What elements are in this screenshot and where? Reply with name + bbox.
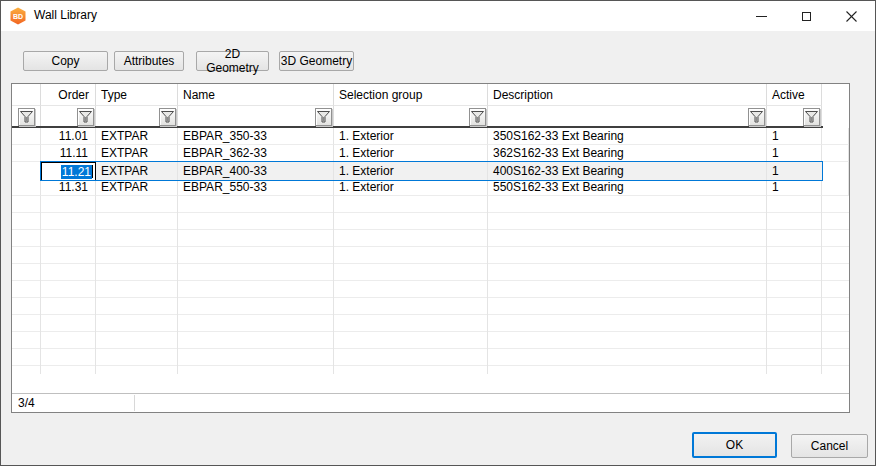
row-count-indicator: 3/4 [12, 396, 35, 410]
cell-selection-group[interactable]: 1. Exterior [334, 145, 488, 162]
header-description[interactable]: Description [488, 84, 767, 106]
edit-selected-text: 11.21 [61, 165, 92, 179]
grid-status-bar: 3/4 [12, 393, 849, 412]
cell-name[interactable]: EBPAR_362-33 [178, 145, 334, 162]
header-active[interactable]: Active [767, 84, 822, 106]
header-selection-group[interactable]: Selection group [334, 84, 488, 106]
3d-geometry-button[interactable]: 3D Geometry [279, 51, 354, 71]
cell-active[interactable]: 1 [767, 162, 822, 180]
cell-type[interactable]: EXTPAR [96, 128, 178, 145]
table-row[interactable]: 11.01 EXTPAR EBPAR_350-33 1. Exterior 35… [12, 128, 849, 145]
filter-funnel-icon [79, 111, 92, 123]
cell-description[interactable]: 400S162-33 Ext Bearing [488, 162, 767, 180]
cell-active[interactable]: 1 [767, 128, 822, 145]
row-selector-cell[interactable] [12, 128, 41, 145]
cell-selection-group[interactable]: 1. Exterior [334, 128, 488, 145]
filter-button-selection-group[interactable] [469, 108, 486, 126]
attributes-button[interactable]: Attributes [114, 51, 184, 71]
minimize-icon [756, 16, 767, 17]
cell-name[interactable]: EBPAR_400-33 [178, 162, 334, 180]
cell-order[interactable]: 11.11 [41, 145, 96, 162]
app-icon: BD [9, 7, 27, 25]
table-body: 11.01 EXTPAR EBPAR_350-33 1. Exterior 35… [12, 128, 849, 374]
header-row-selector[interactable] [12, 84, 41, 106]
maximize-icon [802, 12, 811, 21]
filter-funnel-icon [161, 111, 174, 123]
cell-type[interactable]: EXTPAR [96, 145, 178, 162]
filter-button-description[interactable] [748, 108, 765, 126]
cell-order-editing[interactable]: 11.21 [41, 162, 96, 180]
copy-button[interactable]: Copy [23, 51, 108, 71]
filter-button-selector[interactable] [18, 108, 35, 126]
filter-funnel-icon [20, 111, 33, 123]
maximize-button[interactable] [791, 1, 822, 31]
table-row[interactable]: 11.31 EXTPAR EBPAR_550-33 1. Exterior 55… [12, 179, 849, 196]
header-name[interactable]: Name [178, 84, 334, 106]
filter-funnel-icon [750, 111, 763, 123]
cell-filler [822, 128, 849, 145]
cell-description[interactable]: 550S162-33 Ext Bearing [488, 179, 767, 196]
row-selector-cell[interactable] [12, 145, 41, 162]
cell-order[interactable]: 11.31 [41, 179, 96, 196]
row-selector-cell[interactable] [12, 162, 41, 180]
header-order[interactable]: Order [41, 84, 96, 106]
minimize-button[interactable] [746, 1, 777, 31]
filter-row [12, 106, 849, 128]
close-icon [846, 11, 857, 22]
app-icon-text: BD [13, 13, 23, 20]
status-bar-divider [134, 395, 135, 411]
cell-name[interactable]: EBPAR_550-33 [178, 179, 334, 196]
table-row[interactable]: 11.11 EXTPAR EBPAR_362-33 1. Exterior 36… [12, 145, 849, 162]
grid-empty-area [12, 196, 849, 374]
filter-button-type[interactable] [159, 108, 176, 126]
filter-funnel-icon [805, 111, 818, 123]
window-title: Wall Library [34, 8, 97, 22]
cell-type[interactable]: EXTPAR [96, 179, 178, 196]
text-caret [92, 165, 93, 178]
filter-funnel-icon [471, 111, 484, 123]
header-separator-line [12, 126, 823, 128]
table-row-selected[interactable]: 11.21 EXTPAR EBPAR_400-33 1. Exterior 40… [12, 162, 849, 180]
cell-selection-group[interactable]: 1. Exterior [334, 179, 488, 196]
cell-selection-group[interactable]: 1. Exterior [334, 162, 488, 180]
2d-geometry-button[interactable]: 2D Geometry [196, 51, 269, 71]
cell-filler [822, 179, 849, 196]
close-button[interactable] [836, 1, 867, 31]
cell-name[interactable]: EBPAR_350-33 [178, 128, 334, 145]
filter-funnel-icon [317, 111, 330, 123]
filter-button-order[interactable] [77, 108, 94, 126]
wall-table-panel: Order Type Name Selection group Descript… [11, 83, 850, 413]
cell-type[interactable]: EXTPAR [96, 162, 178, 180]
table-header-row: Order Type Name Selection group Descript… [12, 84, 849, 106]
title-bar[interactable]: BD Wall Library [1, 1, 875, 31]
cell-active[interactable]: 1 [767, 179, 822, 196]
cell-filler [822, 162, 849, 180]
ok-button[interactable]: OK [692, 432, 777, 458]
header-filler [822, 84, 849, 106]
cell-filler [822, 145, 849, 162]
cancel-button[interactable]: Cancel [791, 434, 868, 458]
filter-button-name[interactable] [315, 108, 332, 126]
cell-order[interactable]: 11.01 [41, 128, 96, 145]
filter-button-active[interactable] [803, 108, 820, 126]
selected-row-highlight: 11.21 EXTPAR EBPAR_400-33 1. Exterior 40… [41, 162, 822, 180]
cell-description[interactable]: 350S162-33 Ext Bearing [488, 128, 767, 145]
header-type[interactable]: Type [96, 84, 178, 106]
cell-active[interactable]: 1 [767, 145, 822, 162]
wall-library-dialog: BD Wall Library Copy Attributes 2D Geome… [0, 0, 876, 466]
row-selector-cell[interactable] [12, 179, 41, 196]
cell-description[interactable]: 362S162-33 Ext Bearing [488, 145, 767, 162]
